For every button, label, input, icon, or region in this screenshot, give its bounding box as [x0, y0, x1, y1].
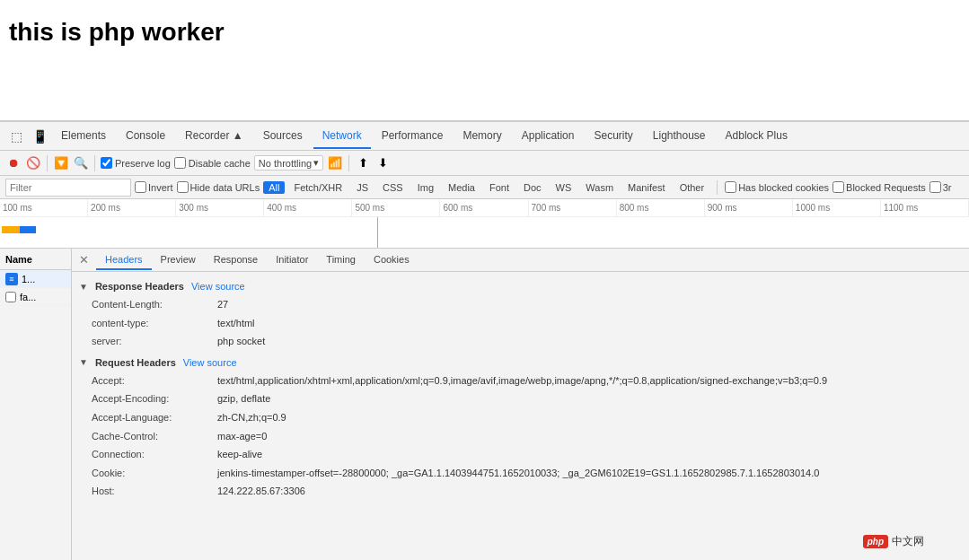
has-blocked-cookies-input[interactable] [725, 181, 736, 193]
3rd-party-input[interactable] [929, 181, 941, 193]
filter-img[interactable]: Img [412, 181, 439, 194]
timeline-req-blue [20, 226, 36, 233]
throttling-dropdown[interactable]: No throttling ▾ [254, 155, 323, 171]
list-item-1[interactable]: ≡ 1... [0, 270, 71, 288]
toolbar-divider-1 [47, 155, 48, 171]
3rd-party-checkbox[interactable]: 3r [929, 181, 952, 193]
header-row-accept-language: Accept-Language: zh-CN,zh;q=0.9 [79, 410, 962, 426]
header-row-content-type: content-type: text/html [79, 316, 962, 332]
has-blocked-cookies-checkbox[interactable]: Has blocked cookies [725, 181, 829, 193]
filter-divider [717, 180, 718, 195]
tab-recorder[interactable]: Recorder ▲ [176, 124, 252, 149]
tab-adblock[interactable]: Adblock Plus [717, 124, 797, 149]
request-headers-toggle[interactable]: ▼ [79, 357, 88, 367]
tab-elements[interactable]: Elements [52, 124, 115, 149]
tick-900: 900 ms [705, 199, 793, 216]
close-detail-button[interactable]: ✕ [72, 249, 96, 270]
invert-checkbox[interactable]: Invert [135, 181, 173, 193]
tab-performance[interactable]: Performance [373, 124, 453, 149]
devtools-panel: ⬚ 📱 Elements Console Recorder ▲ Sources … [0, 121, 969, 560]
page-title: this is php worker [9, 18, 960, 47]
detail-tab-preview[interactable]: Preview [152, 250, 205, 270]
filter-all[interactable]: All [263, 181, 285, 194]
filter-bar: Invert Hide data URLs All Fetch/XHR JS C… [0, 176, 969, 199]
watermark: php 中文网 [863, 534, 924, 549]
filter-media[interactable]: Media [443, 181, 480, 194]
tick-1100: 1100 ms [881, 199, 969, 216]
hide-data-urls-checkbox[interactable]: Hide data URLs [177, 181, 260, 193]
header-row-host: Host: 124.222.85.67:3306 [79, 484, 962, 500]
tick-300: 300 ms [176, 199, 264, 216]
wifi-icon[interactable]: 📶 [327, 155, 343, 171]
disable-cache-input[interactable] [174, 157, 186, 169]
toolbar-divider-3 [348, 155, 349, 171]
tab-network[interactable]: Network [313, 124, 371, 149]
detail-tab-timing[interactable]: Timing [317, 250, 365, 270]
list-item-2[interactable]: fa... [0, 288, 71, 306]
filter-icon[interactable]: 🔽 [53, 155, 69, 171]
response-headers-section: ▼ Response Headers View source [79, 281, 962, 292]
download-icon[interactable]: ⬇ [374, 155, 391, 171]
tick-1000: 1000 ms [793, 199, 881, 216]
blocked-requests-input[interactable] [832, 181, 844, 193]
filter-fetch-xhr[interactable]: Fetch/XHR [288, 181, 348, 194]
detail-tab-cookies[interactable]: Cookies [365, 250, 418, 270]
blocked-requests-checkbox[interactable]: Blocked Requests [832, 181, 926, 193]
tab-security[interactable]: Security [585, 124, 641, 149]
device-icon[interactable]: 📱 [29, 126, 50, 147]
network-table-container: Name ≡ 1... fa... ✕ Headers Preview Resp… [0, 249, 969, 560]
filter-doc[interactable]: Doc [518, 181, 547, 194]
toolbar-divider-2 [94, 155, 95, 171]
filter-input[interactable] [5, 179, 131, 197]
preserve-log-input[interactable] [101, 157, 112, 169]
detail-wrapper: ✕ Headers Preview Response Initiator Tim… [72, 249, 969, 560]
tick-600: 600 ms [440, 199, 528, 216]
filter-manifest[interactable]: Manifest [622, 181, 671, 194]
tab-console[interactable]: Console [117, 124, 174, 149]
filter-ws[interactable]: WS [551, 181, 577, 194]
detail-tab-initiator[interactable]: Initiator [267, 250, 317, 270]
tab-lighthouse[interactable]: Lighthouse [644, 124, 715, 149]
upload-icon[interactable]: ⬆ [355, 155, 371, 171]
stop-button[interactable]: 🚫 [25, 155, 41, 171]
filter-js[interactable]: JS [351, 181, 374, 194]
timeline-ruler: 100 ms 200 ms 300 ms 400 ms 500 ms 600 m… [0, 199, 969, 217]
request-headers-view-source[interactable]: View source [183, 357, 237, 368]
search-icon[interactable]: 🔍 [73, 155, 89, 171]
response-headers-view-source[interactable]: View source [191, 281, 245, 292]
detail-body: ▼ Response Headers View source Content-L… [72, 272, 969, 560]
filter-other[interactable]: Other [674, 181, 710, 194]
tab-application[interactable]: Application [513, 124, 584, 149]
timeline-requests [0, 217, 969, 249]
devtools-tabs: ⬚ 📱 Elements Console Recorder ▲ Sources … [0, 122, 969, 151]
header-row-connection: Connection: keep-alive [79, 447, 962, 463]
timeline-req-orange [2, 226, 20, 233]
header-row-cookie: Cookie: jenkins-timestamper-offset=-2880… [79, 466, 962, 482]
header-row-content-length: Content-Length: 27 [79, 297, 962, 313]
tab-sources[interactable]: Sources [254, 124, 312, 149]
detail-tab-headers[interactable]: Headers [96, 250, 152, 270]
watermark-text: 中文网 [892, 534, 924, 549]
disable-cache-checkbox[interactable]: Disable cache [174, 157, 251, 169]
invert-input[interactable] [135, 181, 146, 193]
inspect-icon[interactable]: ⬚ [5, 126, 27, 147]
file-list-header: Name [0, 249, 71, 270]
filter-css[interactable]: CSS [377, 181, 409, 194]
tick-200: 200 ms [88, 199, 176, 216]
request-headers-section: ▼ Request Headers View source [79, 357, 962, 368]
preserve-log-checkbox[interactable]: Preserve log [101, 157, 171, 169]
detail-tab-response[interactable]: Response [205, 250, 268, 270]
hide-data-urls-input[interactable] [177, 181, 189, 193]
record-button[interactable]: ⏺ [5, 155, 22, 171]
tick-800: 800 ms [617, 199, 705, 216]
header-row-server: server: php socket [79, 334, 962, 350]
tick-700: 700 ms [529, 199, 617, 216]
filter-font[interactable]: Font [484, 181, 515, 194]
file-list: Name ≡ 1... fa... [0, 249, 72, 560]
response-headers-toggle[interactable]: ▼ [79, 282, 88, 292]
filter-wasm[interactable]: Wasm [580, 181, 619, 194]
file-checkbox-2[interactable] [5, 292, 16, 302]
header-row-cache-control: Cache-Control: max-age=0 [79, 429, 962, 445]
tab-memory[interactable]: Memory [454, 124, 510, 149]
timeline-bar: 100 ms 200 ms 300 ms 400 ms 500 ms 600 m… [0, 199, 969, 249]
